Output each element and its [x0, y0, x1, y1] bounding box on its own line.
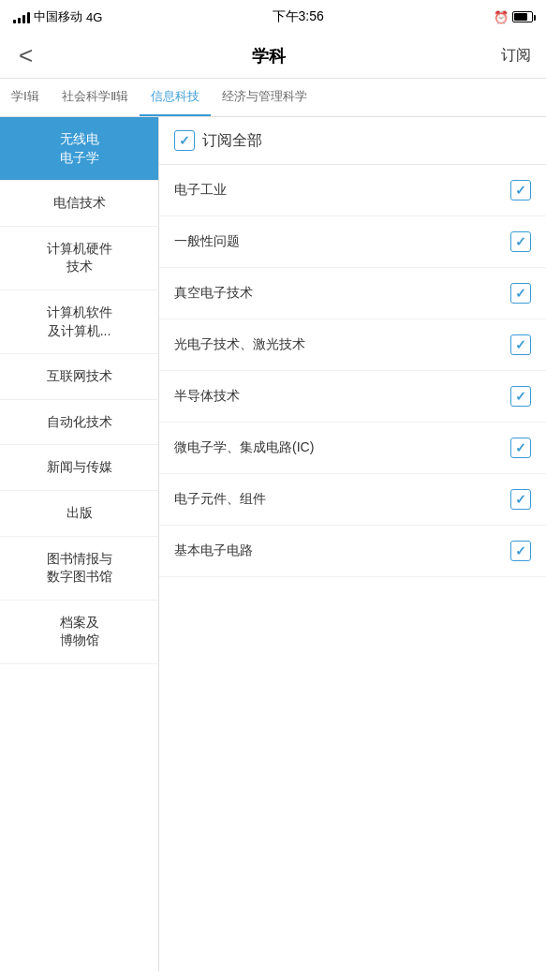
topic-row-7[interactable]: 基本电子电路 ✓ — [159, 526, 546, 577]
topic-row-2[interactable]: 真空电子技术 ✓ — [159, 268, 546, 319]
sidebar: 无线电 电子学 电信技术 计算机硬件 技术 计算机软件 及计算机... 互联网技… — [0, 117, 159, 972]
subscribe-all-row[interactable]: ✓ 订阅全部 — [159, 117, 546, 165]
topic-label-7: 基本电子电路 — [174, 542, 510, 560]
topic-row-1[interactable]: 一般性问题 ✓ — [159, 216, 546, 268]
topic-checkbox-2[interactable]: ✓ — [510, 283, 531, 304]
tab-shehui2[interactable]: 社会科学Ⅱ辑 — [51, 79, 140, 116]
nav-header: < 学科 订阅 — [0, 34, 546, 79]
tab-shehui1[interactable]: 学Ⅰ辑 — [0, 79, 51, 116]
checkmark-icon: ✓ — [515, 286, 526, 301]
topic-row-6[interactable]: 电子元件、组件 ✓ — [159, 474, 546, 526]
network-label: 4G — [86, 10, 102, 24]
checkmark-icon: ✓ — [515, 440, 526, 455]
tab-jingji[interactable]: 经济与管理科学 — [211, 79, 318, 116]
carrier-label: 中国移动 — [34, 8, 82, 25]
sidebar-item-jisuanji-yj[interactable]: 计算机硬件 技术 — [0, 227, 158, 290]
sidebar-item-dianxin[interactable]: 电信技术 — [0, 181, 158, 227]
topic-label-0: 电子工业 — [174, 181, 510, 200]
topic-label-5: 微电子学、集成电路(IC) — [174, 438, 510, 457]
checkmark-icon: ✓ — [179, 133, 190, 148]
subscribe-action-button[interactable]: 订阅 — [501, 46, 531, 66]
topic-label-3: 光电子技术、激光技术 — [174, 335, 510, 354]
main-content: 无线电 电子学 电信技术 计算机硬件 技术 计算机软件 及计算机... 互联网技… — [0, 117, 546, 972]
time-label: 下午3:56 — [273, 8, 324, 25]
sidebar-item-hulianwang[interactable]: 互联网技术 — [0, 354, 158, 400]
topic-row-0[interactable]: 电子工业 ✓ — [159, 165, 546, 216]
topic-label-4: 半导体技术 — [174, 387, 510, 406]
topic-row-5[interactable]: 微电子学、集成电路(IC) ✓ — [159, 423, 546, 474]
checkmark-icon: ✓ — [515, 234, 526, 249]
topic-checkbox-7[interactable]: ✓ — [510, 541, 531, 561]
subscribe-all-label: 订阅全部 — [202, 131, 262, 151]
sidebar-item-chuban[interactable]: 出版 — [0, 491, 158, 537]
sidebar-item-jisuanji-rj[interactable]: 计算机软件 及计算机... — [0, 290, 158, 354]
topic-label-2: 真空电子技术 — [174, 284, 510, 303]
sidebar-item-tushuguan[interactable]: 图书情报与 数字图书馆 — [0, 537, 158, 601]
topic-row-3[interactable]: 光电子技术、激光技术 ✓ — [159, 319, 546, 371]
battery-icon — [512, 11, 533, 22]
footer-watermark: 知乎 @智慧教育胖胖老师 — [0, 972, 546, 980]
checkmark-icon: ✓ — [515, 389, 526, 404]
subscribe-all-checkbox[interactable]: ✓ — [174, 130, 195, 151]
checkmark-icon: ✓ — [515, 492, 526, 507]
sidebar-item-wuxiandian[interactable]: 无线电 电子学 — [0, 117, 158, 181]
topic-checkbox-0[interactable]: ✓ — [510, 180, 531, 200]
checkmark-icon: ✓ — [515, 183, 526, 198]
topic-label-1: 一般性问题 — [174, 232, 510, 251]
right-panel: ✓ 订阅全部 电子工业 ✓ 一般性问题 ✓ 真空电子技术 ✓ 光电子技术、激光技… — [159, 117, 546, 972]
topic-row-4[interactable]: 半导体技术 ✓ — [159, 371, 546, 423]
checkmark-icon: ✓ — [515, 337, 526, 352]
sidebar-item-dangan[interactable]: 档案及 博物馆 — [0, 601, 158, 664]
topic-checkbox-3[interactable]: ✓ — [510, 334, 531, 355]
status-left: 中国移动 4G — [13, 8, 102, 25]
checkmark-icon: ✓ — [515, 543, 526, 558]
topic-checkbox-4[interactable]: ✓ — [510, 386, 531, 407]
sidebar-item-xinwen[interactable]: 新闻与传媒 — [0, 445, 158, 491]
signal-icon — [13, 10, 30, 23]
alarm-icon: ⏰ — [494, 10, 509, 24]
page-title: 学科 — [252, 45, 286, 67]
tab-bar: 学Ⅰ辑 社会科学Ⅱ辑 信息科技 经济与管理科学 — [0, 79, 546, 117]
back-button[interactable]: < — [15, 41, 37, 70]
status-right: ⏰ — [494, 10, 533, 24]
topic-checkbox-5[interactable]: ✓ — [510, 438, 531, 458]
topic-label-6: 电子元件、组件 — [174, 490, 510, 509]
tab-xinxi[interactable]: 信息科技 — [140, 79, 211, 116]
topic-checkbox-6[interactable]: ✓ — [510, 489, 531, 510]
sidebar-item-zidonghua[interactable]: 自动化技术 — [0, 400, 158, 446]
status-bar: 中国移动 4G 下午3:56 ⏰ — [0, 0, 546, 34]
topic-checkbox-1[interactable]: ✓ — [510, 231, 531, 252]
